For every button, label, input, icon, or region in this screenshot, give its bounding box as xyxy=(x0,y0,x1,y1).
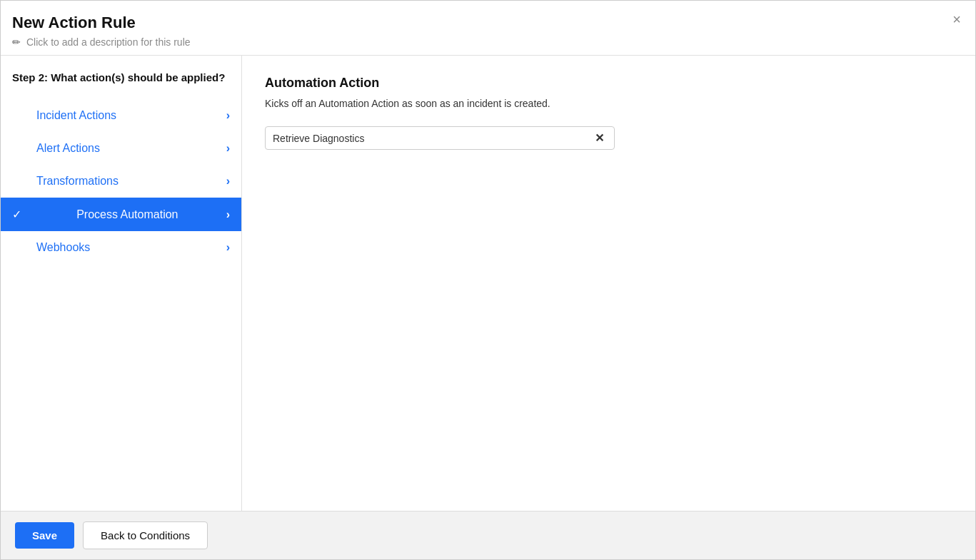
main-content: Automation Action Kicks off an Automatio… xyxy=(242,56,975,511)
process-automation-label: Process Automation xyxy=(76,208,178,221)
sidebar-item-webhooks[interactable]: Webhooks › xyxy=(1,231,241,264)
automation-action-title: Automation Action xyxy=(265,76,952,91)
sidebar-item-process-automation[interactable]: ✓ Process Automation › xyxy=(1,198,241,231)
save-button[interactable]: Save xyxy=(15,522,74,549)
check-icon: ✓ xyxy=(12,208,21,221)
back-to-conditions-button[interactable]: Back to Conditions xyxy=(83,521,208,549)
chevron-icon-webhooks: › xyxy=(226,241,230,254)
sidebar-item-alert-actions[interactable]: Alert Actions › xyxy=(1,132,241,165)
automation-action-description: Kicks off an Automation Action as soon a… xyxy=(265,98,952,109)
tag-value: Retrieve Diagnostics xyxy=(273,133,592,144)
transformations-label: Transformations xyxy=(36,175,119,188)
modal-header: New Action Rule ✏ Click to add a descrip… xyxy=(1,1,975,56)
description-placeholder: Click to add a description for this rule xyxy=(26,36,191,48)
alert-actions-label: Alert Actions xyxy=(36,142,100,155)
chevron-icon-incident-actions: › xyxy=(226,109,230,122)
modal-description[interactable]: ✏ Click to add a description for this ru… xyxy=(12,36,958,48)
modal-footer: Save Back to Conditions xyxy=(1,511,975,559)
sidebar: Step 2: What action(s) should be applied… xyxy=(1,56,242,511)
tag-input-container: Retrieve Diagnostics ✕ xyxy=(265,126,615,150)
modal-body: Step 2: What action(s) should be applied… xyxy=(1,56,975,511)
sidebar-item-incident-actions[interactable]: Incident Actions › xyxy=(1,99,241,132)
modal-title: New Action Rule xyxy=(12,14,958,32)
pencil-icon: ✏ xyxy=(12,36,21,48)
sidebar-heading: Step 2: What action(s) should be applied… xyxy=(1,70,241,99)
chevron-icon-alert-actions: › xyxy=(226,142,230,155)
sidebar-item-transformations[interactable]: Transformations › xyxy=(1,165,241,198)
incident-actions-label: Incident Actions xyxy=(36,109,116,122)
close-button[interactable]: × xyxy=(952,12,961,26)
modal-container: New Action Rule ✏ Click to add a descrip… xyxy=(0,0,976,560)
webhooks-label: Webhooks xyxy=(36,241,90,254)
chevron-icon-transformations: › xyxy=(226,175,230,188)
tag-close-button[interactable]: ✕ xyxy=(592,131,607,145)
chevron-icon-process-automation: › xyxy=(226,208,230,221)
